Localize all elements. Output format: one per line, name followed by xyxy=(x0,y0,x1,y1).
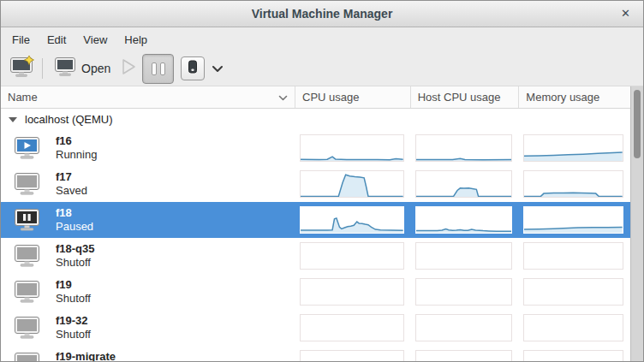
vm-name-cell: f19-32 Shutoff xyxy=(1,310,295,346)
vm-status: Saved xyxy=(56,184,87,198)
host-cpu-usage-sparkline xyxy=(415,278,513,306)
vm-name: f18 xyxy=(56,206,93,220)
vm-row[interactable]: f17 Saved xyxy=(1,166,630,202)
scrollbar-thumb[interactable] xyxy=(634,90,641,158)
column-header-memory-usage[interactable]: Memory usage xyxy=(519,86,630,108)
menu-edit[interactable]: Edit xyxy=(39,29,75,50)
close-icon[interactable]: ✕ xyxy=(621,8,630,19)
vm-host-cpu-usage-cell xyxy=(411,346,520,361)
vm-memory-usage-cell xyxy=(519,346,630,361)
open-console-icon xyxy=(54,57,76,80)
vm-name: f19-32 xyxy=(56,314,91,328)
vm-state-icon xyxy=(14,317,40,340)
menu-file[interactable]: File xyxy=(3,29,39,50)
vm-name-cell: f19 Shutoff xyxy=(1,274,295,310)
cpu-usage-sparkline xyxy=(300,314,404,341)
shutdown-button[interactable] xyxy=(181,56,205,80)
new-vm-button[interactable] xyxy=(7,54,38,83)
host-connection-label: localhost (QEMU) xyxy=(25,113,113,126)
vm-name-cell: f16 Running xyxy=(1,130,295,166)
memory-usage-sparkline xyxy=(523,314,623,341)
app-window: Virtual Machine Manager ✕ FileEditViewHe… xyxy=(0,0,644,362)
cpu-usage-sparkline xyxy=(300,206,404,234)
shutdown-menu-button[interactable] xyxy=(212,61,224,76)
vm-row[interactable]: f18 Paused xyxy=(1,202,630,238)
vm-memory-usage-cell xyxy=(519,130,630,166)
vm-name-cell: f19-migrate Shutoff xyxy=(1,346,295,361)
vm-row[interactable]: f19 Shutoff xyxy=(1,274,630,310)
vm-text: f18 Paused xyxy=(56,206,93,234)
vm-text: f16 Running xyxy=(56,134,97,163)
expander-icon[interactable] xyxy=(9,117,17,122)
vm-state-icon xyxy=(14,281,40,304)
vm-host-cpu-usage-cell xyxy=(411,238,520,274)
cpu-usage-sparkline xyxy=(300,170,404,198)
vm-cpu-usage-cell xyxy=(295,130,411,166)
vm-host-cpu-usage-cell xyxy=(411,130,520,166)
vm-list-panel: Name CPU usage Host CPU usage Memory usa… xyxy=(1,86,643,361)
vm-cpu-usage-cell xyxy=(295,310,411,346)
vm-rows: localhost (QEMU) f16 Running f17 Saved xyxy=(1,109,630,361)
vm-text: f19-32 Shutoff xyxy=(56,314,91,342)
vm-status: Running xyxy=(56,148,97,162)
vm-cpu-usage-cell xyxy=(295,238,411,274)
run-button[interactable] xyxy=(121,58,137,79)
host-cpu-usage-sparkline xyxy=(415,134,513,162)
pause-button[interactable] xyxy=(142,54,174,84)
memory-usage-sparkline xyxy=(523,242,623,270)
memory-usage-sparkline xyxy=(523,206,623,234)
vm-cpu-usage-cell xyxy=(295,346,411,361)
vm-memory-usage-cell xyxy=(519,310,630,346)
vm-host-cpu-usage-cell xyxy=(411,166,520,202)
cpu-usage-sparkline xyxy=(300,350,404,361)
titlebar[interactable]: Virtual Machine Manager ✕ xyxy=(1,1,643,27)
vm-name: f17 xyxy=(56,170,87,184)
vm-memory-usage-cell xyxy=(519,238,630,274)
shutdown-icon xyxy=(188,60,198,77)
vm-state-icon xyxy=(14,353,40,362)
vm-name: f19 xyxy=(56,278,91,292)
vm-text: f18-q35 Shutoff xyxy=(56,242,95,270)
menu-view[interactable]: View xyxy=(75,29,116,50)
cpu-usage-sparkline xyxy=(300,278,404,306)
vm-cpu-usage-cell xyxy=(295,202,411,238)
open-button[interactable]: Open xyxy=(47,54,117,84)
vm-state-icon xyxy=(14,137,40,160)
menu-help[interactable]: Help xyxy=(116,29,156,50)
sort-indicator-icon[interactable] xyxy=(278,91,288,104)
vm-row[interactable]: f19-migrate Shutoff xyxy=(1,346,630,361)
memory-usage-sparkline xyxy=(523,134,623,162)
vm-state-icon xyxy=(14,245,40,268)
vm-name-cell: f17 Saved xyxy=(1,166,295,202)
host-cpu-usage-sparkline xyxy=(415,170,513,198)
window-title: Virtual Machine Manager xyxy=(252,7,393,21)
vm-state-icon xyxy=(14,173,40,196)
column-headers: Name CPU usage Host CPU usage Memory usa… xyxy=(1,86,630,109)
toolbar: Open xyxy=(1,51,643,86)
host-cpu-usage-sparkline xyxy=(415,206,513,234)
host-connection-row[interactable]: localhost (QEMU) xyxy=(1,109,630,130)
vm-text: f19 Shutoff xyxy=(56,278,91,306)
vm-name: f16 xyxy=(56,134,97,148)
host-cpu-usage-sparkline xyxy=(415,242,513,270)
vm-status: Shutoff xyxy=(56,256,95,270)
vm-row[interactable]: f16 Running xyxy=(1,130,630,166)
column-header-cpu-usage[interactable]: CPU usage xyxy=(295,86,411,108)
open-button-label: Open xyxy=(81,62,110,75)
column-header-name[interactable]: Name xyxy=(1,86,295,108)
vm-row[interactable]: f19-32 Shutoff xyxy=(1,310,630,346)
vm-name-cell: f18-q35 Shutoff xyxy=(1,238,295,274)
vm-state-icon xyxy=(14,209,40,232)
vm-status: Shutoff xyxy=(56,292,91,306)
vertical-scrollbar[interactable] xyxy=(630,86,643,361)
toolbar-separator xyxy=(42,58,43,79)
column-header-host-cpu-usage[interactable]: Host CPU usage xyxy=(411,86,520,108)
menubar: FileEditViewHelp xyxy=(1,27,643,51)
memory-usage-sparkline xyxy=(523,170,623,198)
vm-name: f19-migrate xyxy=(56,350,116,361)
pause-icon xyxy=(160,62,165,75)
vm-row[interactable]: f18-q35 Shutoff xyxy=(1,238,630,274)
new-vm-icon xyxy=(9,56,35,82)
vm-name-cell: f18 Paused xyxy=(1,202,295,238)
vm-status: Shutoff xyxy=(56,328,91,341)
